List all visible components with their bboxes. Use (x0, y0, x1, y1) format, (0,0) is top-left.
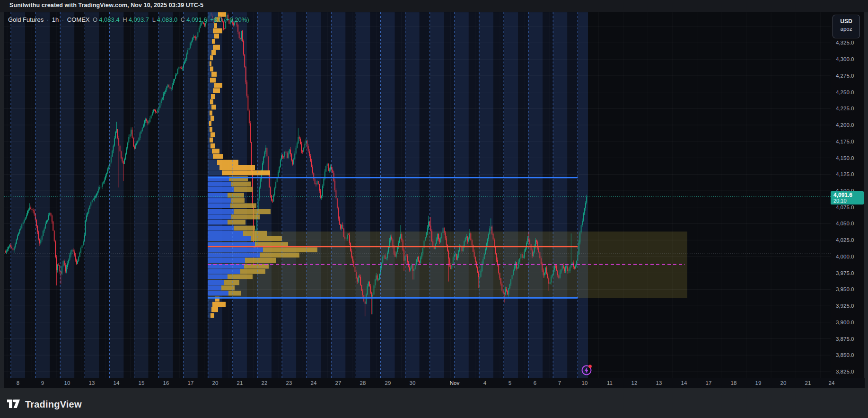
volume-profile-sell-bar (210, 78, 216, 82)
candle-body (61, 266, 62, 274)
candle-body (449, 258, 450, 265)
candle-body (552, 275, 552, 277)
time-axis-label: 20 (212, 380, 219, 386)
candle-body (173, 81, 174, 85)
candle-body (13, 248, 14, 250)
time-axis-label: 21 (805, 380, 811, 386)
candle-body (529, 240, 530, 244)
candle-body (535, 240, 536, 247)
candle-body (341, 225, 342, 229)
candle-body (99, 187, 100, 189)
session-band (60, 12, 74, 378)
price-axis-label: 4,325.0 (836, 40, 854, 45)
candle-body (306, 141, 307, 144)
volume-profile-sell-bar (211, 94, 215, 99)
candle-body (367, 286, 368, 294)
candle-body (107, 169, 108, 173)
volume-profile-sell-bar (243, 231, 267, 236)
candle-body (328, 164, 329, 171)
candle-body (135, 145, 136, 149)
candle-body (518, 262, 519, 267)
chart-plot-area[interactable]: Gold Futures · 1h · COMEX O4,083.4 H4,09… (4, 12, 832, 378)
time-axis-label: 14 (681, 380, 687, 386)
candle-body (562, 266, 563, 269)
candle-body (370, 286, 371, 293)
candle-body (418, 257, 419, 261)
volume-profile-sell-bar (219, 165, 255, 170)
candle-body (425, 237, 426, 240)
candle-body (384, 256, 385, 257)
candle-body (474, 252, 475, 257)
candle-body (41, 240, 42, 243)
session-band (35, 12, 50, 378)
candle-body (151, 116, 152, 118)
candle-body (140, 131, 141, 133)
candle-body (152, 112, 153, 116)
candle-body (179, 67, 180, 69)
currency-label: USD (833, 18, 859, 25)
time-axis[interactable]: 89101314151617202122232427282930Nov45671… (4, 378, 865, 389)
interval-label[interactable]: 1h (52, 16, 59, 23)
volume-profile-buy-bar (208, 182, 231, 187)
candle-body (289, 150, 290, 153)
candle-body (494, 240, 495, 247)
time-axis-label: 17 (188, 380, 194, 386)
volume-profile-sell-bar (231, 198, 245, 203)
red-notification-dot (588, 365, 592, 368)
candle-body (248, 96, 249, 110)
candle-body (452, 265, 453, 269)
candle-body (320, 191, 321, 198)
candle-body (330, 167, 331, 169)
volume-profile-buy-bar (208, 236, 251, 241)
candle-body (267, 148, 268, 156)
candle-body (182, 68, 183, 69)
candle-body (64, 261, 65, 265)
volume-profile-sell-bar (214, 34, 219, 38)
volume-profile-sell-bar (210, 111, 212, 116)
volume-profile-buy-bar (208, 193, 228, 197)
candle-body (70, 255, 70, 260)
candle-body (317, 181, 318, 185)
candle-body (273, 195, 274, 201)
candle-body (448, 251, 449, 258)
price-axis[interactable]: USD apoz 4,325.04,300.04,275.04,250.04,2… (831, 12, 864, 378)
candle-body (170, 87, 171, 89)
time-axis-label: 14 (114, 380, 120, 386)
candle-body (283, 157, 284, 157)
symbol-legend[interactable]: Gold Futures · 1h · COMEX O4,083.4 H4,09… (8, 16, 251, 23)
candle-body (336, 190, 337, 198)
candle-body (131, 130, 132, 134)
candle-body (127, 142, 128, 148)
candle-body (406, 256, 407, 256)
candle-body (503, 291, 504, 293)
time-axis-label: 24 (829, 380, 835, 386)
candle-body (161, 99, 162, 103)
candle-body (112, 151, 113, 157)
candle-body (71, 249, 72, 251)
candle-body (38, 232, 39, 239)
candle-body (186, 54, 187, 59)
candle-body (412, 265, 412, 268)
candle-body (487, 239, 488, 244)
tradingview-link[interactable]: TradingView (7, 398, 82, 410)
volume-profile-sell-bar (228, 291, 241, 295)
candle-body (8, 247, 9, 249)
candle-body (322, 186, 323, 196)
candle-body (92, 200, 93, 202)
candle-body (533, 252, 534, 256)
candle-body (28, 210, 29, 211)
volume-profile-sell-bar (210, 66, 213, 71)
candle-body (25, 218, 26, 220)
price-axis-label: 4,125.0 (836, 171, 854, 177)
volume-profile-sell-bar (213, 28, 222, 33)
candle-body (308, 146, 309, 151)
candle-body (114, 138, 115, 146)
candle-body (343, 229, 344, 237)
candle-body (36, 220, 37, 226)
candle-body (534, 247, 535, 252)
candle-body (14, 247, 15, 250)
volume-profile-sell-bar (211, 50, 216, 55)
candle-body (546, 268, 547, 274)
candle-body (351, 251, 352, 257)
symbol-name[interactable]: Gold Futures (8, 16, 44, 23)
